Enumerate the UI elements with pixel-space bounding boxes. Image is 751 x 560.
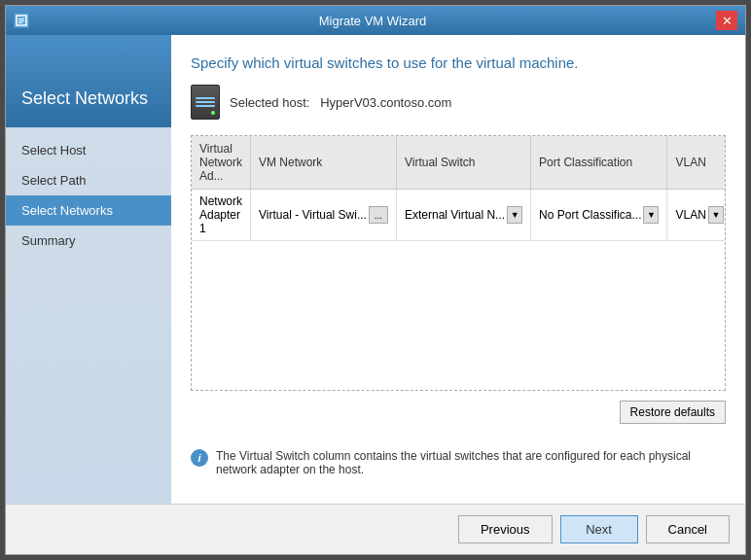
port-classification-cell: No Port Classifica... ▼ (539, 206, 659, 224)
main-content: Specify which virtual switches to use fo… (171, 35, 745, 504)
cell-virtual-switch: External Virtual N... ▼ (396, 190, 530, 241)
vm-network-ellipsis-button[interactable]: ... (369, 206, 388, 224)
server-line-2 (196, 101, 215, 103)
main-window: Migrate VM Wizard ✕ Select Networks Sele… (5, 5, 746, 555)
cell-port-classification: No Port Classifica... ▼ (531, 190, 667, 241)
info-bar: i The Virtual Switch column contains the… (191, 441, 726, 484)
svg-rect-1 (18, 18, 24, 19)
restore-defaults-button[interactable]: Restore defaults (620, 401, 726, 424)
vm-network-cell: Virtual - Virtual Swi... ... (259, 206, 388, 224)
sidebar-header-text: Select Networks (21, 88, 148, 110)
close-button[interactable]: ✕ (716, 11, 737, 30)
sidebar-item-select-host[interactable]: Select Host (6, 135, 171, 165)
content-area: Select Networks Select Host Select Path … (6, 35, 745, 504)
table-row: Network Adapter 1 Virtual - Virtual Swi.… (192, 190, 726, 241)
col-virtual-switch: Virtual Switch (396, 136, 530, 190)
server-line-3 (196, 105, 215, 107)
footer-bar: Previous Next Cancel (6, 504, 745, 554)
window-icon (14, 13, 29, 28)
server-line-1 (196, 97, 215, 99)
cancel-button[interactable]: Cancel (646, 515, 730, 543)
sidebar-header: Select Networks (6, 35, 171, 127)
next-button[interactable]: Next (560, 515, 638, 543)
col-vlan: VLAN (667, 136, 726, 190)
sidebar-item-select-path[interactable]: Select Path (6, 165, 171, 195)
title-bar: Migrate VM Wizard ✕ (6, 6, 745, 35)
vlan-dropdown-button[interactable]: ▼ (708, 206, 724, 224)
sidebar: Select Networks Select Host Select Path … (6, 35, 171, 504)
port-classification-dropdown-button[interactable]: ▼ (643, 206, 659, 224)
info-text: The Virtual Switch column contains the v… (216, 449, 726, 476)
cell-vlan: VLAN ▼ (667, 190, 726, 241)
col-port-classification: Port Classification (531, 136, 667, 190)
server-icon (191, 85, 220, 120)
server-status-dot (211, 111, 215, 115)
virtual-switch-dropdown-button[interactable]: ▼ (507, 206, 522, 224)
sidebar-item-summary[interactable]: Summary (6, 226, 171, 256)
networks-table-container: Virtual Network Ad... VM Network Virtual… (191, 135, 726, 391)
cell-vm-network: Virtual - Virtual Swi... ... (251, 190, 397, 241)
vlan-cell: VLAN ▼ (675, 206, 723, 224)
svg-rect-2 (18, 20, 24, 21)
svg-rect-3 (18, 22, 22, 23)
host-label: Selected host: HyperV03.contoso.com (230, 95, 451, 110)
sidebar-nav: Select Host Select Path Select Networks … (6, 127, 171, 263)
host-info: Selected host: HyperV03.contoso.com (191, 85, 726, 120)
page-title: Specify which virtual switches to use fo… (191, 54, 726, 71)
table-header-row: Virtual Network Ad... VM Network Virtual… (192, 136, 726, 190)
networks-table: Virtual Network Ad... VM Network Virtual… (192, 136, 726, 241)
sidebar-item-select-networks[interactable]: Select Networks (6, 195, 171, 226)
info-icon: i (191, 449, 208, 467)
window-title: Migrate VM Wizard (29, 14, 716, 28)
virtual-switch-cell: External Virtual N... ▼ (405, 206, 522, 224)
cell-virtual-network-adapter: Network Adapter 1 (192, 190, 251, 241)
col-virtual-network-adapter: Virtual Network Ad... (192, 136, 251, 190)
previous-button[interactable]: Previous (458, 515, 553, 543)
col-vm-network: VM Network (251, 136, 397, 190)
